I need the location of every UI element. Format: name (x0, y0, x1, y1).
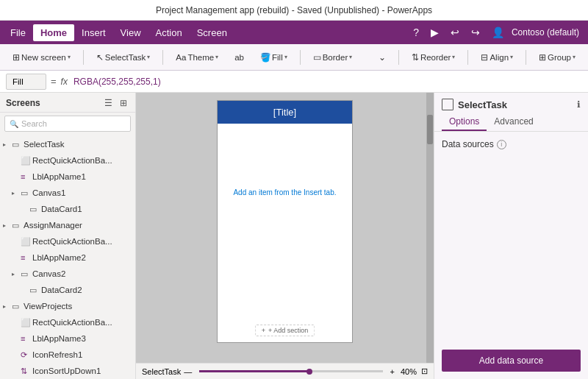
right-panel-title: SelectTask (458, 99, 573, 110)
tree-item-rectquickaction1[interactable]: ⬜ RectQuickActionBa... (0, 152, 135, 169)
tree-item-iconsortupdown1[interactable]: ⇅ IconSortUpDown1 (0, 363, 135, 379)
group-chevron: ▾ (573, 54, 576, 60)
main-layout: Screens ☰ ⊞ 🔍 Search ▸ ▭ SelectTask ⬜ Re… (0, 93, 588, 379)
theme-chevron: ▾ (215, 54, 218, 60)
help-icon[interactable]: ? (409, 25, 423, 40)
theme-button[interactable]: Aa Theme ▾ (169, 50, 225, 65)
tree-item-datacard1[interactable]: ▭ DataCard1 (0, 201, 135, 217)
data-sources-info-icon[interactable]: i (497, 140, 506, 149)
undo-icon[interactable]: ↩ (446, 25, 464, 40)
cursor-icon: ↖ (96, 52, 104, 63)
right-screen-icon (442, 99, 453, 110)
search-icon: 🔍 (10, 120, 18, 128)
add-section-button[interactable]: + + Add section (255, 325, 315, 336)
align-chevron: ▾ (510, 54, 513, 60)
add-data-source-button[interactable]: Add data source (442, 350, 581, 372)
select-task-button[interactable]: ↖ SelectTask ▾ (90, 49, 157, 65)
user-icon[interactable]: 👤 (487, 25, 509, 40)
new-screen-chevron: ▾ (68, 54, 71, 60)
add-section-label: + Add section (268, 327, 308, 334)
tree-container: ▸ ▭ SelectTask ⬜ RectQuickActionBa... ≡ … (0, 135, 135, 379)
expand-assignmanager[interactable]: ▸ (3, 222, 12, 229)
tree-item-lblappname1[interactable]: ≡ LblAppName1 (0, 169, 135, 185)
menu-file[interactable]: File (3, 24, 33, 41)
menu-insert[interactable]: Insert (74, 24, 113, 41)
right-tabs: Options Advanced (434, 113, 588, 132)
zoom-slider[interactable] (199, 370, 382, 372)
canvas-icon-2: ▭ (21, 269, 31, 279)
zoom-plus-button[interactable]: + (390, 367, 395, 376)
fill-icon: 🪣 (260, 52, 270, 63)
tree-item-iconrefresh1[interactable]: ⟳ IconRefresh1 (0, 347, 135, 363)
fx-label: fx (61, 77, 68, 87)
tree-item-viewprojects[interactable]: ▸ ▭ ViewProjects (0, 298, 135, 314)
align-button[interactable]: ⊟ Align ▾ (474, 49, 520, 65)
menu-view[interactable]: View (113, 24, 148, 41)
datacard-icon-1: ▭ (29, 205, 40, 214)
tree-item-canvas2[interactable]: ▸ ▭ Canvas2 (0, 266, 135, 282)
rect-icon-1: ⬜ (21, 156, 31, 166)
fill-button[interactable]: 🪣 Fill ▾ (254, 49, 294, 65)
grid-view-button[interactable]: ⊞ (118, 97, 129, 109)
property-selector[interactable]: Fill (6, 74, 46, 90)
formula-input[interactable] (74, 77, 582, 87)
tree-item-canvas1[interactable]: ▸ ▭ Canvas1 (0, 185, 135, 201)
tree-item-rectquickaction2[interactable]: ⬜ RectQuickActionBa... (0, 233, 135, 249)
tree-item-rectquickaction3[interactable]: ⬜ RectQuickActionBa... (0, 314, 135, 330)
menu-home[interactable]: Home (33, 24, 74, 41)
zoom-track (199, 370, 309, 372)
menu-screen[interactable]: Screen (190, 24, 234, 41)
expand-canvas2[interactable]: ▸ (12, 271, 21, 277)
tree-label-lblappname2: LblAppName2 (32, 253, 132, 262)
menu-action[interactable]: Action (148, 24, 190, 41)
list-view-button[interactable]: ☰ (102, 97, 115, 109)
tree-item-selecttask[interactable]: ▸ ▭ SelectTask (0, 136, 135, 152)
border-button[interactable]: ▭ Border ▾ (306, 49, 359, 65)
reorder-chevron: ▾ (452, 54, 455, 60)
search-box: 🔍 Search (4, 116, 131, 132)
group-button[interactable]: ⊞ Group ▾ (532, 49, 582, 65)
ribbon-divider-2 (162, 50, 163, 65)
canvas-bottom-bar: SelectTask — + 40% ⊡ (136, 363, 434, 379)
title-text: Project Management app (rebuild) - Saved… (156, 5, 432, 15)
ribbon-divider-6 (526, 50, 526, 65)
right-panel: SelectTask ℹ Options Advanced Data sourc… (434, 93, 588, 379)
tree-label-assignmanager: AssignManager (24, 221, 132, 230)
tab-advanced[interactable]: Advanced (487, 113, 540, 131)
tab-options[interactable]: Options (442, 113, 487, 131)
app-body: Add an item from the Insert tab. (218, 124, 352, 202)
tree-label-lblappname1: LblAppName1 (32, 172, 132, 181)
tree-item-assignmanager[interactable]: ▸ ▭ AssignManager (0, 217, 135, 233)
tree-item-lblappname3[interactable]: ≡ LblAppName3 (0, 330, 135, 347)
fit-screen-button[interactable]: ⊡ (421, 366, 428, 376)
formula-bar: Fill = fx (0, 71, 588, 93)
ribbon-divider-1 (83, 50, 84, 65)
more-button[interactable]: ⌄ (372, 49, 392, 65)
canvas-scrollbar[interactable] (426, 93, 434, 363)
tree-item-datacard2[interactable]: ▭ DataCard2 (0, 282, 135, 298)
expand-viewprojects[interactable]: ▸ (3, 303, 12, 310)
play-icon[interactable]: ▶ (426, 25, 443, 40)
right-info-icon[interactable]: ℹ (577, 99, 581, 110)
reorder-icon: ⇅ (412, 52, 419, 63)
zoom-percent: 40% (401, 367, 417, 376)
reorder-button[interactable]: ⇅ Reorder ▾ (405, 49, 462, 65)
app-canvas[interactable]: [Title] Add an item from the Insert tab.… (217, 100, 353, 343)
new-screen-button[interactable]: ⊞ New screen ▾ (6, 49, 77, 65)
expand-selecttask[interactable]: ▸ (3, 141, 12, 148)
label-icon-2: ≡ (21, 253, 31, 262)
screens-panel: Screens ☰ ⊞ 🔍 Search ▸ ▭ SelectTask ⬜ Re… (0, 93, 136, 379)
screen-icon-3: ▭ (12, 302, 22, 311)
ribbon-divider-5 (467, 50, 468, 65)
tree-label-selecttask: SelectTask (24, 140, 132, 149)
text-format-button[interactable]: ab (228, 50, 251, 65)
redo-icon[interactable]: ↪ (467, 25, 484, 40)
tree-label-canvas1: Canvas1 (32, 188, 132, 197)
tree-item-lblappname2[interactable]: ≡ LblAppName2 (0, 249, 135, 266)
expand-canvas1[interactable]: ▸ (12, 190, 21, 196)
app-placeholder-text: Add an item from the Insert tab. (223, 188, 346, 196)
canvas-area: [Title] Add an item from the Insert tab.… (136, 93, 434, 379)
screens-title: Screens (6, 98, 102, 108)
zoom-minus-button[interactable]: — (184, 367, 192, 376)
zoom-thumb (306, 369, 312, 375)
